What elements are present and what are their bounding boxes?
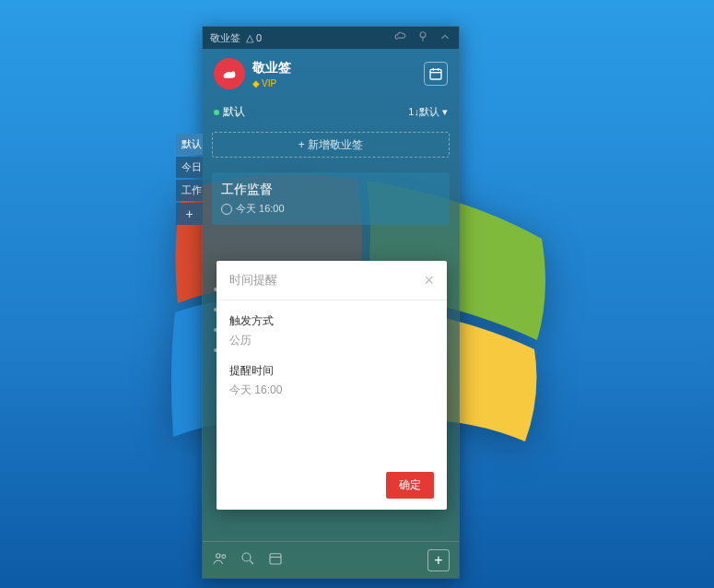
header: 敬业签 VIP xyxy=(203,49,459,99)
trigger-label: 触发方式 xyxy=(229,313,434,329)
side-tab-today[interactable]: 今日 xyxy=(176,157,203,178)
add-note-button[interactable]: + 新增敬业签 xyxy=(212,132,450,158)
note-card[interactable]: 工作监督 今天 16:00 xyxy=(212,172,450,225)
pin-icon[interactable] xyxy=(416,30,429,46)
cloud-icon[interactable] xyxy=(394,30,407,46)
calendar-icon[interactable] xyxy=(267,550,284,570)
bottombar: + xyxy=(203,541,459,578)
reminder-dialog: 时间提醒 × 触发方式 公历 提醒时间 今天 16:00 确定 xyxy=(217,261,447,510)
svg-point-0 xyxy=(420,31,426,37)
search-icon[interactable] xyxy=(240,550,256,570)
svg-point-8 xyxy=(242,553,251,561)
contacts-icon[interactable] xyxy=(212,550,228,570)
tab-default[interactable]: 默认 xyxy=(214,104,245,120)
sort-dropdown[interactable]: 1↓默认 ▾ xyxy=(408,105,448,119)
app-logo xyxy=(214,58,245,89)
calendar-button[interactable] xyxy=(424,62,448,86)
ok-button[interactable]: 确定 xyxy=(386,472,434,499)
side-tab-add[interactable]: + xyxy=(176,203,203,225)
titlebar: 敬业签 △ 0 xyxy=(203,27,459,49)
vip-badge: VIP xyxy=(252,78,291,88)
app-title: 敬业签 xyxy=(252,60,291,76)
notif-count: 0 xyxy=(256,32,262,43)
dialog-title: 时间提醒 xyxy=(229,272,277,288)
chevron-up-icon[interactable] xyxy=(439,30,451,46)
svg-point-7 xyxy=(222,554,226,558)
titlebar-name: 敬业签 xyxy=(210,31,240,45)
time-value[interactable]: 今天 16:00 xyxy=(229,382,434,398)
side-tab-default[interactable]: 默认 xyxy=(176,134,203,155)
tab-row: 默认 1↓默认 ▾ xyxy=(203,99,459,124)
svg-rect-10 xyxy=(270,553,281,563)
side-tab-work[interactable]: 工作 xyxy=(176,180,203,201)
svg-rect-2 xyxy=(430,69,441,79)
svg-point-6 xyxy=(217,553,221,558)
close-icon[interactable]: × xyxy=(424,272,434,288)
app-window: 默认 今日 工作 + 敬业签 △ 0 敬业签 VIP 默认 1↓默认 ▾ + 新… xyxy=(202,26,460,579)
side-tabs: 默认 今日 工作 + xyxy=(176,134,203,225)
svg-line-9 xyxy=(250,560,253,564)
trigger-value[interactable]: 公历 xyxy=(229,333,434,348)
note-time: 今天 16:00 xyxy=(221,202,440,216)
bell-icon[interactable]: △ 0 xyxy=(246,32,262,44)
time-label: 提醒时间 xyxy=(229,363,434,379)
bottom-add-button[interactable]: + xyxy=(427,549,450,571)
note-title: 工作监督 xyxy=(221,182,440,198)
